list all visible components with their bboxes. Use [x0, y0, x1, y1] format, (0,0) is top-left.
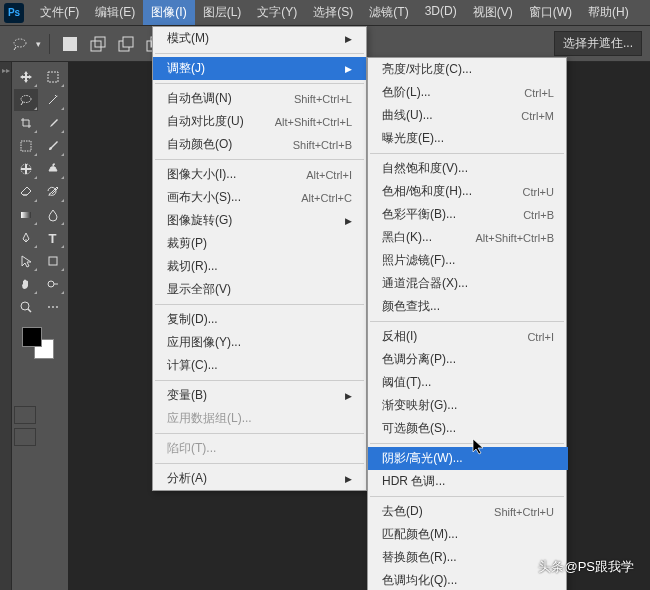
svg-rect-15: [21, 212, 31, 218]
svg-rect-13: [25, 164, 27, 174]
menu-item[interactable]: 色调分离(P)...: [368, 348, 568, 371]
blur-tool-icon[interactable]: [41, 204, 65, 226]
menu-item[interactable]: 裁切(R)...: [153, 255, 366, 278]
image-menu-dropdown: 模式(M)▶调整(J)▶自动色调(N)Shift+Ctrl+L自动对比度(U)A…: [152, 26, 367, 491]
menu-item[interactable]: 显示全部(V): [153, 278, 366, 301]
menu-item[interactable]: 自然饱和度(V)...: [368, 157, 568, 180]
menubar: Ps 文件(F)编辑(E)图像(I)图层(L)文字(Y)选择(S)滤镜(T)3D…: [0, 0, 650, 26]
menu-item[interactable]: HDR 色调...: [368, 470, 568, 493]
menu-item: 应用数据组(L)...: [153, 407, 366, 430]
menu-item[interactable]: 曲线(U)...Ctrl+M: [368, 104, 568, 127]
svg-point-18: [21, 302, 29, 310]
add-selection-icon[interactable]: [86, 32, 110, 56]
chevron-down-icon[interactable]: ▾: [36, 39, 41, 49]
menu-item: 陷印(T)...: [153, 437, 366, 460]
menu-窗口[interactable]: 窗口(W): [521, 0, 580, 25]
tools-panel: T ⋯: [12, 62, 68, 590]
ps-logo: Ps: [4, 3, 24, 23]
path-select-tool-icon[interactable]: [14, 250, 38, 272]
color-swatches[interactable]: [14, 325, 66, 363]
menu-item[interactable]: 阴影/高光(W)...: [368, 447, 568, 470]
clone-stamp-tool-icon[interactable]: [41, 158, 65, 180]
menu-item[interactable]: 分析(A)▶: [153, 467, 366, 490]
svg-rect-11: [21, 141, 31, 151]
menu-item[interactable]: 自动对比度(U)Alt+Shift+Ctrl+L: [153, 110, 366, 133]
menu-item[interactable]: 色阶(L)...Ctrl+L: [368, 81, 568, 104]
menu-item[interactable]: 计算(C)...: [153, 354, 366, 377]
menu-item[interactable]: 颜色查找...: [368, 295, 568, 318]
menu-item[interactable]: 复制(D)...: [153, 308, 366, 331]
menu-选择[interactable]: 选择(S): [305, 0, 361, 25]
zoom-tool-icon[interactable]: [14, 296, 38, 318]
menu-图层[interactable]: 图层(L): [195, 0, 250, 25]
svg-point-0: [14, 39, 26, 47]
quickmask-icon[interactable]: [14, 406, 36, 424]
marquee-tool-icon[interactable]: [41, 66, 65, 88]
menu-item[interactable]: 应用图像(Y)...: [153, 331, 366, 354]
menu-item[interactable]: 黑白(K)...Alt+Shift+Ctrl+B: [368, 226, 568, 249]
pen-tool-icon[interactable]: [14, 227, 38, 249]
eyedropper-tool-icon[interactable]: [41, 112, 65, 134]
menu-item[interactable]: 照片滤镜(F)...: [368, 249, 568, 272]
type-tool-icon[interactable]: T: [41, 227, 65, 249]
menu-item[interactable]: 色彩平衡(B)...Ctrl+B: [368, 203, 568, 226]
menu-文件[interactable]: 文件(F): [32, 0, 87, 25]
menu-视图[interactable]: 视图(V): [465, 0, 521, 25]
menu-item[interactable]: 可选颜色(S)...: [368, 417, 568, 440]
select-and-mask-button[interactable]: 选择并遮住...: [554, 31, 642, 56]
menu-编辑[interactable]: 编辑(E): [87, 0, 143, 25]
spot-heal-tool-icon[interactable]: [14, 158, 38, 180]
menu-item[interactable]: 自动色调(N)Shift+Ctrl+L: [153, 87, 366, 110]
move-tool-icon[interactable]: [14, 66, 38, 88]
menu-图像[interactable]: 图像(I): [143, 0, 194, 25]
shape-tool-icon[interactable]: [41, 250, 65, 272]
magic-wand-tool-icon[interactable]: [41, 89, 65, 111]
new-selection-icon[interactable]: [58, 32, 82, 56]
lasso-tool-icon[interactable]: [14, 89, 38, 111]
menu-item[interactable]: 变量(B)▶: [153, 384, 366, 407]
menu-item[interactable]: 画布大小(S)...Alt+Ctrl+C: [153, 186, 366, 209]
menu-item[interactable]: 匹配颜色(M)...: [368, 523, 568, 546]
svg-rect-2: [95, 37, 105, 47]
menu-item[interactable]: 图像大小(I)...Alt+Ctrl+I: [153, 163, 366, 186]
menu-item[interactable]: 图像旋转(G)▶: [153, 209, 366, 232]
svg-point-10: [56, 96, 57, 97]
history-brush-tool-icon[interactable]: [41, 181, 65, 203]
menu-item[interactable]: 模式(M)▶: [153, 27, 366, 50]
hand-tool-icon[interactable]: [14, 273, 38, 295]
frame-tool-icon[interactable]: [14, 135, 38, 157]
menu-帮助[interactable]: 帮助(H): [580, 0, 637, 25]
menu-item[interactable]: 渐变映射(G)...: [368, 394, 568, 417]
screenmode-icon[interactable]: [14, 428, 36, 446]
watermark-text: 头条@PS跟我学: [538, 558, 634, 576]
menu-文字[interactable]: 文字(Y): [249, 0, 305, 25]
dodge-tool-icon[interactable]: [41, 273, 65, 295]
foreground-color-swatch[interactable]: [22, 327, 42, 347]
left-collapse-tab[interactable]: ▸▸: [0, 62, 12, 590]
edit-toolbar-icon[interactable]: ⋯: [41, 296, 65, 318]
svg-rect-1: [91, 41, 101, 51]
menu-item[interactable]: 阈值(T)...: [368, 371, 568, 394]
gradient-tool-icon[interactable]: [14, 204, 38, 226]
svg-point-17: [48, 281, 54, 287]
adjustments-submenu: 亮度/对比度(C)...色阶(L)...Ctrl+L曲线(U)...Ctrl+M…: [367, 57, 567, 590]
crop-tool-icon[interactable]: [14, 112, 38, 134]
menu-item[interactable]: 曝光度(E)...: [368, 127, 568, 150]
menu-3D[interactable]: 3D(D): [417, 0, 465, 25]
menu-item[interactable]: 通道混合器(X)...: [368, 272, 568, 295]
menu-item[interactable]: 亮度/对比度(C)...: [368, 58, 568, 81]
menu-滤镜[interactable]: 滤镜(T): [361, 0, 416, 25]
eraser-tool-icon[interactable]: [14, 181, 38, 203]
subtract-selection-icon[interactable]: [114, 32, 138, 56]
menu-item[interactable]: 反相(I)Ctrl+I: [368, 325, 568, 348]
menu-item[interactable]: 色相/饱和度(H)...Ctrl+U: [368, 180, 568, 203]
svg-rect-8: [48, 72, 58, 82]
lasso-tool-icon[interactable]: [8, 32, 32, 56]
menu-item[interactable]: 自动颜色(O)Shift+Ctrl+B: [153, 133, 366, 156]
svg-rect-4: [123, 37, 133, 47]
svg-rect-16: [49, 257, 57, 265]
menu-item[interactable]: 调整(J)▶: [153, 57, 366, 80]
menu-item[interactable]: 裁剪(P): [153, 232, 366, 255]
menu-item[interactable]: 去色(D)Shift+Ctrl+U: [368, 500, 568, 523]
brush-tool-icon[interactable]: [41, 135, 65, 157]
